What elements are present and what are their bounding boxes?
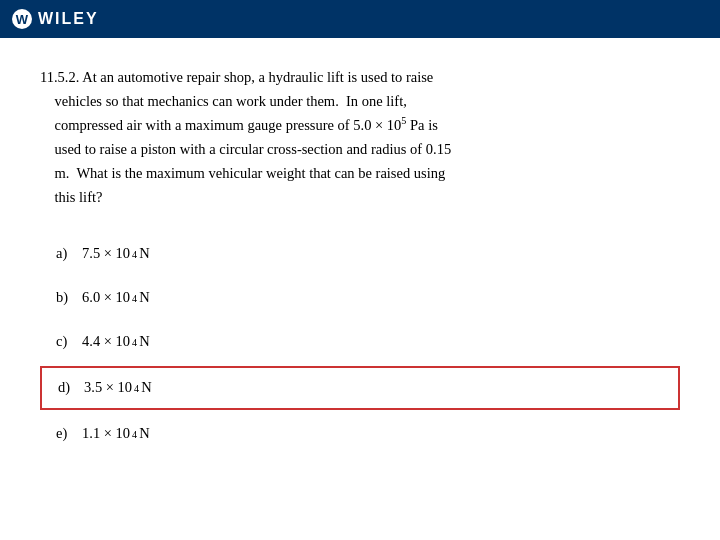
option-b[interactable]: b) 6.0 × 104 N: [40, 276, 680, 320]
logo-circle: W: [12, 9, 32, 29]
option-e-label: e): [56, 425, 76, 442]
logo-text: WILEY: [38, 10, 99, 28]
option-b-label: b): [56, 289, 76, 306]
option-d-content: 3.5 × 104 N: [84, 379, 152, 396]
question-text: 11.5.2. At an automotive repair shop, a …: [40, 66, 680, 210]
option-d[interactable]: d) 3.5 × 104 N: [40, 366, 680, 410]
option-a[interactable]: a) 7.5 × 104 N: [40, 232, 680, 276]
option-d-label: d): [58, 379, 78, 396]
options-list: a) 7.5 × 104 N b) 6.0 × 104 N c) 4.4 × 1…: [40, 232, 680, 456]
option-c[interactable]: c) 4.4 × 104 N: [40, 320, 680, 364]
option-e[interactable]: e) 1.1 × 104 N: [40, 412, 680, 456]
option-b-content: 6.0 × 104 N: [82, 289, 150, 306]
logo-circle-w: W: [16, 12, 28, 27]
wiley-logo: W WILEY: [12, 9, 99, 29]
option-a-label: a): [56, 245, 76, 262]
option-e-content: 1.1 × 104 N: [82, 425, 150, 442]
option-c-label: c): [56, 333, 76, 350]
option-c-content: 4.4 × 104 N: [82, 333, 150, 350]
header-bar: W WILEY: [0, 0, 720, 38]
main-content: 11.5.2. At an automotive repair shop, a …: [0, 38, 720, 476]
option-a-content: 7.5 × 104 N: [82, 245, 150, 262]
